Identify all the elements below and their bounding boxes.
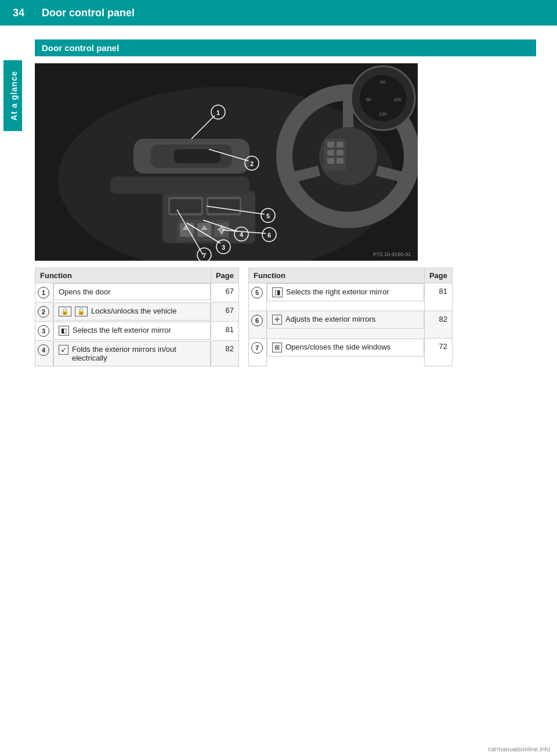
func-text-4: Folds the exterior mirrors in/out electr…	[72, 345, 205, 362]
tables-row: Function Page 1 Opens the door 67	[35, 268, 453, 366]
right-mirror-icon: ◨	[272, 287, 283, 297]
func-text-6: Adjusts the exterior mirrors	[285, 315, 419, 323]
func-text-5: Selects the right exterior mirror	[286, 287, 419, 296]
func-cell-1: Opens the door	[53, 283, 211, 300]
svg-rect-8	[170, 199, 201, 213]
svg-text:5: 5	[266, 213, 270, 219]
page-ref-2: 67	[211, 303, 238, 322]
func-text-3: Selects the left exterior mirror	[73, 326, 205, 334]
diagram-image: 80 100 120 60 1 2 3	[35, 63, 418, 261]
svg-text:60: 60	[366, 97, 371, 102]
sidebar: At a glance	[0, 26, 26, 756]
right-table-page-header: Page	[424, 268, 452, 283]
window-icon: ⊞	[272, 343, 282, 352]
page-number: 34	[0, 0, 37, 26]
func-cell-4: ↙ Folds the exterior mirrors in/out elec…	[53, 341, 211, 366]
svg-text:100: 100	[393, 97, 402, 102]
svg-rect-30	[337, 150, 343, 156]
section-title: Door control panel	[35, 39, 536, 56]
callout-4: 4	[38, 344, 49, 356]
table-row: 6 ✛ Adjusts the exterior mirrors 82	[249, 311, 453, 339]
lock-icon: 🔒	[59, 307, 71, 316]
func-cell-7: ⊞ Opens/closes the side windows	[267, 339, 424, 357]
page-ref-4: 82	[211, 341, 238, 366]
left-table-function-header: Function	[35, 268, 211, 283]
svg-rect-27	[327, 150, 334, 156]
callout-3: 3	[38, 325, 49, 337]
svg-rect-9	[208, 199, 240, 213]
table-row: 3 ◧ Selects the left exterior mirror 81	[35, 322, 239, 341]
table-row: 1 Opens the door 67	[35, 283, 239, 303]
callout-7: 7	[251, 342, 263, 354]
svg-text:80: 80	[381, 80, 386, 85]
header-bar: 34 Door control panel	[0, 0, 557, 26]
page-ref-5: 81	[424, 283, 452, 311]
svg-text:2: 2	[250, 160, 254, 167]
svg-text:6: 6	[267, 232, 271, 239]
page-ref-6: 82	[424, 311, 452, 339]
left-function-table: Function Page 1 Opens the door 67	[35, 268, 239, 366]
page-ref-1: 67	[211, 283, 238, 303]
func-cell-5: ◨ Selects the right exterior mirror	[267, 283, 424, 301]
func-cell-3: ◧ Selects the left exterior mirror	[53, 322, 211, 340]
callout-2: 2	[38, 306, 49, 318]
svg-text:120: 120	[379, 111, 387, 117]
table-row: 4 ↙ Folds the exterior mirrors in/out el…	[35, 341, 239, 366]
table-row: 5 ◨ Selects the right exterior mirror 81	[249, 283, 453, 311]
func-text-7: Opens/closes the side windows	[285, 343, 419, 351]
left-table-page-header: Page	[211, 268, 238, 283]
svg-text:4: 4	[240, 231, 244, 238]
svg-text:7: 7	[202, 252, 206, 259]
func-cell-6: ✛ Adjusts the exterior mirrors	[267, 311, 424, 329]
page-ref-7: 72	[424, 339, 452, 366]
callout-6: 6	[251, 315, 263, 326]
svg-rect-29	[337, 142, 343, 147]
bottom-watermark: carmanualsonline.info	[481, 742, 557, 756]
sidebar-label: At a glance	[3, 60, 22, 131]
page-ref-3: 81	[211, 322, 238, 341]
svg-text:P72.10-4190-31: P72.10-4190-31	[373, 251, 411, 257]
table-row: 2 🔒 🔓 Locks/unlocks the vehicle 67	[35, 303, 239, 322]
func-text-1: Opens the door	[59, 287, 205, 296]
func-text-2: Locks/unlocks the vehicle	[91, 307, 205, 315]
callout-5: 5	[251, 287, 263, 298]
page-title: Door control panel	[37, 7, 135, 19]
callout-1: 1	[38, 287, 49, 298]
unlock-icon: 🔓	[75, 307, 88, 316]
right-function-table: Function Page 5 ◨ Selects the right exte…	[248, 268, 453, 366]
svg-rect-26	[327, 142, 334, 147]
svg-rect-28	[327, 158, 334, 164]
svg-text:1: 1	[216, 109, 220, 116]
adjust-mirror-icon: ✛	[272, 315, 282, 325]
svg-rect-38	[110, 177, 249, 194]
svg-rect-31	[337, 158, 343, 164]
svg-rect-4	[174, 149, 220, 163]
right-table-function-header: Function	[249, 268, 425, 283]
main-content: Door control panel	[26, 26, 557, 756]
svg-text:3: 3	[222, 244, 225, 251]
fold-mirror-icon: ↙	[59, 345, 68, 355]
func-cell-2: 🔒 🔓 Locks/unlocks the vehicle	[53, 303, 211, 321]
table-row: 7 ⊞ Opens/closes the side windows 72	[249, 339, 453, 366]
page-layout: At a glance Door control panel	[0, 26, 557, 756]
left-mirror-icon: ◧	[59, 326, 69, 336]
